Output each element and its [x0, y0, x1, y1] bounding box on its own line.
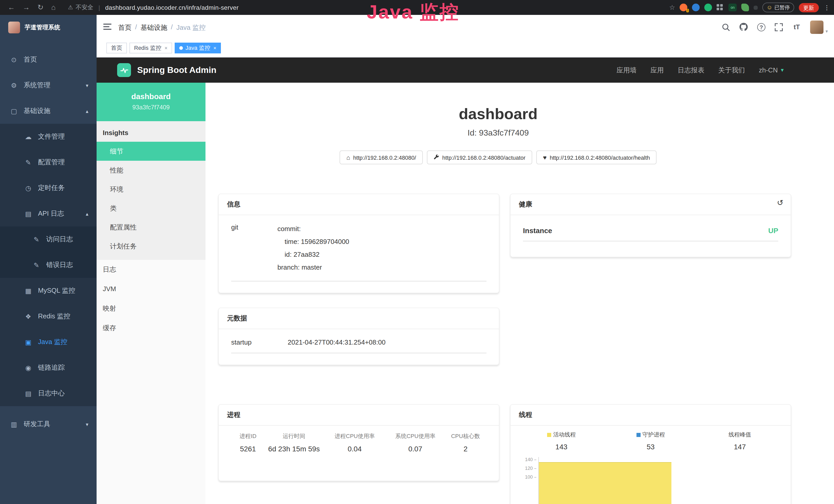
sba-menu-details[interactable]: 细节 [96, 142, 205, 161]
update-button[interactable]: 更新 [798, 3, 818, 12]
sba-menu-scheduled-tasks[interactable]: 计划任务 [96, 237, 205, 256]
paused-label: 已暂停 [774, 4, 790, 11]
edit-icon: ✎ [25, 158, 32, 166]
close-icon[interactable]: × [214, 45, 217, 51]
sba-menu-caches[interactable]: 缓存 [96, 318, 205, 338]
sba-menu-classes[interactable]: 类 [96, 199, 205, 218]
threads-card: 线程 活动线程 143 守护进程 [510, 404, 791, 504]
legend-value: 147 [695, 443, 785, 451]
health-card-body: Instance UP [511, 215, 791, 257]
wrench-icon [434, 154, 439, 161]
breadcrumb-home[interactable]: 首页 [118, 23, 132, 32]
sidebar-item-home[interactable]: ⊙ 首页 [0, 47, 96, 72]
sidebar-item-trace[interactable]: ◉ 链路追踪 [0, 355, 96, 381]
sba-menu-jvm[interactable]: JVM [96, 279, 205, 299]
extension-icon-leaf[interactable] [742, 4, 749, 11]
process-col-sys-cpu: 系统CPU使用率 0.07 [388, 432, 443, 453]
sba-menu-environment[interactable]: 环境 [96, 180, 205, 199]
page-subtitle: Id: 93a3fc7f7409 [205, 129, 791, 138]
sba-menu-logs[interactable]: 日志 [96, 260, 205, 279]
sidebar-item-label: 日志中心 [38, 389, 65, 398]
sidebar-item-infra[interactable]: ▢ 基础设施 ▴ [0, 98, 96, 124]
tab-home[interactable]: 首页 [106, 43, 127, 53]
sidebar-item-error-log[interactable]: ✎ 错误日志 [0, 252, 96, 278]
paused-badge[interactable]: ☺ 已暂停 [763, 3, 794, 12]
document-icon: ✎ [33, 261, 40, 269]
extension-icon-grid[interactable] [717, 4, 724, 11]
extension-icon-on[interactable]: on [729, 4, 737, 11]
user-menu[interactable]: ▾ [810, 20, 828, 33]
extension-icon-drop[interactable] [692, 4, 700, 11]
tab-java-monitor[interactable]: Java 监控 × [175, 43, 221, 53]
sba-nav-journal[interactable]: 日志报表 [678, 66, 704, 75]
sidebar-item-scheduled-job[interactable]: ◷ 定时任务 [0, 175, 96, 201]
avatar [810, 20, 824, 33]
sba-nav-wallboard[interactable]: 应用墙 [616, 66, 636, 75]
extension-icon-green[interactable] [705, 4, 712, 11]
sidebar-item-dev-tools[interactable]: ▥ 研发工具 ▾ [0, 411, 96, 437]
git-commit-id: id: 27aa832 [278, 248, 486, 261]
locale-selector[interactable]: zh-CN ▾ [759, 66, 784, 74]
sba-menu-performance[interactable]: 性能 [96, 161, 205, 180]
bookmark-star-icon[interactable]: ☆ [669, 4, 675, 11]
breadcrumb-infra[interactable]: 基础设施 [140, 23, 167, 32]
legend-daemon-threads: 守护进程 53 [606, 431, 695, 451]
header-actions: ? tT ▾ [721, 15, 828, 39]
browser-home-icon[interactable]: ⌂ [51, 0, 56, 15]
font-size-icon[interactable]: tT [792, 22, 802, 31]
reload-icon[interactable]: ↻ [38, 0, 43, 15]
instance-links: ⌂ http://192.168.0.2:48080/ http://192.1… [205, 151, 791, 164]
sidebar-item-config-manage[interactable]: ✎ 配置管理 [0, 150, 96, 175]
sidebar-item-redis-monitor[interactable]: ❖ Redis 监控 [0, 303, 96, 329]
sba-app-block[interactable]: dashboard 93a3fc7f7409 [96, 83, 205, 121]
sba-app-id: 93a3fc7f7409 [96, 104, 205, 111]
close-icon[interactable]: × [164, 45, 168, 51]
y-tick: 100 [525, 475, 536, 480]
sidebar-item-log-center[interactable]: ▤ 日志中心 [0, 381, 96, 406]
sidebar-item-mysql-monitor[interactable]: ▦ MySQL 监控 [0, 278, 96, 303]
sba-brand-title[interactable]: Spring Boot Admin [137, 65, 217, 75]
app-logo[interactable]: 芋道管理系统 [0, 15, 96, 40]
back-icon[interactable]: ← [8, 0, 15, 15]
url-text[interactable]: dashboard.yudao.iocoder.cn/infra/admin-s… [105, 4, 239, 11]
history-icon[interactable]: ↺ [777, 198, 784, 207]
sba-menu-mappings[interactable]: 映射 [96, 299, 205, 318]
chevron-down-icon: ▾ [86, 421, 88, 427]
help-icon[interactable]: ? [757, 23, 765, 31]
sidebar-item-label: 错误日志 [46, 260, 73, 270]
metadata-key: startup [231, 338, 288, 346]
metadata-card-body: startup 2021-04-27T00:44:31.254+08:00 [219, 329, 499, 365]
extensions-puzzle-icon[interactable] [754, 5, 758, 9]
tab-redis-monitor[interactable]: Redis 监控 × [129, 43, 172, 53]
service-url-link[interactable]: ⌂ http://192.168.0.2:48080/ [340, 151, 423, 164]
legend-value: 53 [606, 443, 695, 451]
legend-label: 活动线程 [553, 431, 576, 438]
actuator-url-link[interactable]: http://192.168.0.2:48080/actuator [427, 151, 532, 164]
sidebar-item-label: 基础设施 [24, 106, 50, 116]
sidebar-item-access-log[interactable]: ✎ 访问日志 [0, 226, 96, 252]
sidebar-item-system[interactable]: ⚙ 系统管理 ▾ [0, 72, 96, 98]
browser-menu-icon[interactable]: ⋮ [824, 4, 830, 11]
sba-logo-icon[interactable] [117, 63, 131, 77]
sidebar-item-file-manage[interactable]: ☁ 文件管理 [0, 124, 96, 150]
not-secure-label[interactable]: 不安全 [75, 4, 93, 11]
github-icon[interactable] [739, 22, 748, 31]
sba-menu-config-props[interactable]: 配置属性 [96, 218, 205, 237]
metadata-startup-row: startup 2021-04-27T00:44:31.254+08:00 [231, 338, 486, 353]
sidebar-item-api-log[interactable]: ▤ API 日志 ▴ [0, 201, 96, 226]
fullscreen-icon[interactable] [774, 22, 784, 31]
threads-chart: 140 120 100 [517, 457, 785, 504]
y-tick: 140 [525, 457, 536, 462]
extension-icon-orange[interactable]: 1 [680, 4, 687, 11]
search-icon[interactable] [721, 22, 730, 31]
breadcrumb-separator: / [171, 23, 173, 32]
health-url-link[interactable]: ♥ http://192.168.0.2:48080/actuator/heal… [536, 151, 657, 164]
sidebar-item-java-monitor[interactable]: ▣ Java 监控 [0, 329, 96, 355]
sba-nav-applications[interactable]: 应用 [650, 66, 664, 75]
collapse-sidebar-icon[interactable] [103, 24, 111, 31]
info-git-row: git commit: time: 1596289704000 id: 27aa… [231, 222, 486, 281]
address-bar[interactable]: ⚠ 不安全 | dashboard.yudao.iocoder.cn/infra… [68, 4, 239, 11]
forward-icon[interactable]: → [23, 0, 30, 15]
log-center-icon: ▤ [25, 389, 32, 397]
sba-nav-about[interactable]: 关于我们 [718, 66, 745, 75]
